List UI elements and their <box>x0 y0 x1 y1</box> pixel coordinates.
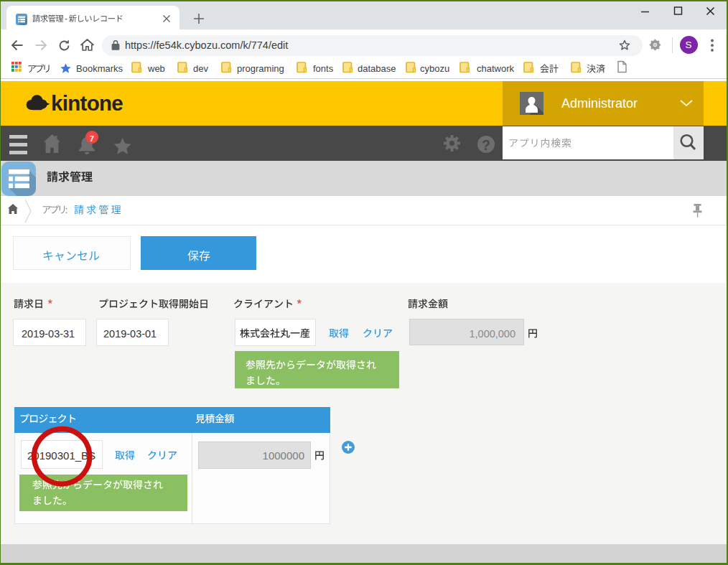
svg-text:2019-03-31: 2019-03-31 <box>22 328 75 340</box>
svg-text:?: ? <box>482 137 490 153</box>
svg-text:https://fe54k.cybozu.com/k/774: https://fe54k.cybozu.com/k/774/edit <box>125 39 288 51</box>
svg-text:database: database <box>358 63 396 74</box>
svg-text:kintone: kintone <box>51 91 123 115</box>
svg-text:programing: programing <box>237 63 284 74</box>
svg-text:1000000: 1000000 <box>263 449 304 462</box>
svg-text:Bookmarks: Bookmarks <box>76 63 123 74</box>
svg-text:chatwork: chatwork <box>477 63 515 74</box>
svg-text:Administrator: Administrator <box>561 96 638 111</box>
svg-text:2019-03-01: 2019-03-01 <box>103 328 157 340</box>
svg-text:fonts: fonts <box>313 63 334 74</box>
svg-text:1,000,000: 1,000,000 <box>469 328 515 340</box>
svg-text:S: S <box>685 39 691 50</box>
svg-text:7: 7 <box>90 134 94 143</box>
svg-text:cybozu: cybozu <box>420 63 449 74</box>
svg-text:web: web <box>147 63 165 74</box>
svg-text:dev: dev <box>193 63 208 74</box>
